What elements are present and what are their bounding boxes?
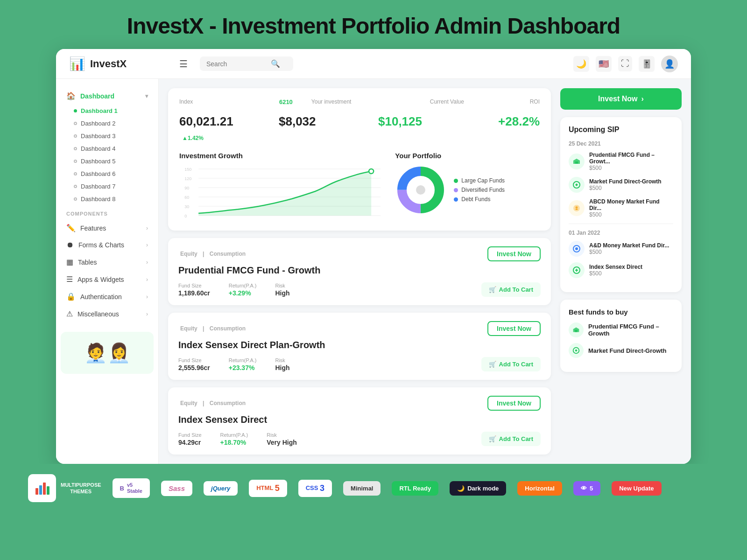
fund-size-value-1: 1,189.60cr — [178, 289, 210, 297]
best-fund-item-2: Market Fund Direct-Growth — [569, 343, 673, 358]
main-content: Index 6210 Your investment Current Value… — [159, 79, 691, 464]
fund-size-label-1: Fund Size — [178, 283, 210, 288]
sip-info-3: ABCD Money Market Fund Dir... $500 — [589, 198, 673, 218]
sip-item-5: Index Sensex Direct $500 — [569, 262, 673, 278]
sidebar-item-forms[interactable]: ⏺ Forms & Charts › — [56, 237, 158, 253]
cart-label-2: Add To Cart — [499, 361, 533, 368]
sidebar-item-dashboard3[interactable]: Dashboard 3 — [56, 130, 158, 142]
svg-point-20 — [573, 205, 580, 211]
line-chart-area: 150 120 90 60 30 0 — [179, 164, 386, 220]
svg-rect-26 — [35, 488, 38, 495]
avatar[interactable]: 👤 — [661, 56, 678, 72]
main-value-group: 60,021.21 ▲1.42% — [179, 114, 260, 143]
flag-icon[interactable]: 🇺🇸 — [596, 56, 612, 72]
portfolio-chart-area: Large Cap Funds Diversified Funds Debt F… — [395, 164, 540, 216]
chevron-right-icon: › — [146, 225, 148, 231]
svg-point-17 — [416, 185, 425, 195]
add-to-cart-button-2[interactable]: 🛒 Add To Cart — [481, 357, 541, 371]
line-chart-svg: 150 120 90 60 30 0 — [179, 164, 386, 220]
stat-header-row: Index 6210 Your investment Current Value… — [179, 98, 540, 107]
invest-button-3[interactable]: Invest Now — [487, 396, 541, 411]
sidebar-item-misc[interactable]: ⚠ Miscellaneous › — [56, 305, 158, 322]
invest-button-2[interactable]: Invest Now — [487, 321, 541, 336]
sip-amount-2: $500 — [589, 185, 662, 191]
invest-button-1[interactable]: Invest Now — [487, 246, 541, 261]
sidebar-item-dashboard2[interactable]: Dashboard 2 — [56, 117, 158, 130]
invest-now-main-button[interactable]: Invest Now › — [560, 88, 682, 110]
sidebar-item-dashboard[interactable]: 🏠 Dashboard ▾ — [56, 87, 158, 105]
fund-risk-label-1: Risk — [275, 283, 289, 288]
sip-logo-5 — [569, 262, 585, 278]
sip-item-3: ABCD Money Market Fund Dir... $500 — [569, 198, 673, 218]
fullscreen-icon[interactable]: ⛶ — [618, 56, 632, 71]
hamburger-button[interactable]: ☰ — [175, 56, 192, 72]
sub-dot-7 — [74, 185, 77, 188]
sidebar-item-dashboard1[interactable]: Dashboard 1 — [56, 105, 158, 117]
sidebar-item-dashboard5[interactable]: Dashboard 5 — [56, 155, 158, 168]
sidebar-label-dashboard8: Dashboard 8 — [81, 196, 115, 203]
fund-return-value-2: +23.37% — [229, 364, 257, 371]
tables-icon: ▦ — [66, 258, 73, 266]
sidebar-item-dashboard7[interactable]: Dashboard 7 — [56, 180, 158, 193]
sip-name-3: ABCD Money Market Fund Dir... — [589, 198, 673, 211]
roi-stat: +28.2% — [459, 114, 540, 143]
right-panel: Invest Now › Upcoming SIP 25 Dec 2021 Pr… — [560, 88, 682, 455]
sidebar-label-dashboard1: Dashboard 1 — [81, 107, 118, 114]
portfolio-legend: Large Cap Funds Diversified Funds Debt F… — [454, 177, 505, 203]
sub-dot-4 — [74, 147, 77, 150]
search-input[interactable] — [206, 60, 267, 68]
index-value: 6210 — [279, 98, 293, 105]
badge-horizontal: Horizontal — [517, 481, 562, 496]
sip-panel: Upcoming SIP 25 Dec 2021 Prudential FMCG… — [560, 117, 682, 292]
chevron-right-icon-5: › — [146, 294, 148, 300]
fund-tags-3: Equity | Consumption — [178, 400, 247, 406]
fund-card-2: Equity | Consumption Invest Now Index Se… — [168, 313, 551, 380]
sidebar-item-auth[interactable]: 🔒 Authentication › — [56, 288, 158, 305]
growth-chart-section: Investment Growth — [179, 152, 386, 220]
fund-risk-label-3: Risk — [267, 432, 297, 438]
main-value-number: 60,021.21 — [179, 114, 233, 128]
sidebar-item-features[interactable]: ✏️ Features › — [56, 219, 158, 237]
fund-size-group-1: Fund Size 1,189.60cr — [178, 283, 210, 297]
chevron-down-icon: ▾ — [145, 93, 148, 99]
best-funds-panel: Best funds to buy Prudential FMCG Fund –… — [560, 300, 682, 372]
add-to-cart-button-3[interactable]: 🛒 Add To Cart — [481, 432, 541, 446]
jquery-icon: jQuery — [211, 485, 230, 492]
settings-icon[interactable]: 🎚️ — [639, 56, 655, 72]
add-to-cart-button-1[interactable]: 🛒 Add To Cart — [481, 282, 541, 297]
css-icon: CSS 3 — [306, 483, 324, 493]
body-layout: 🏠 Dashboard ▾ Dashboard 1 Dashboard 2 Da… — [56, 79, 691, 464]
sidebar: 🏠 Dashboard ▾ Dashboard 1 Dashboard 2 Da… — [56, 79, 159, 464]
arrow-right-icon: › — [641, 95, 644, 103]
sip-amount-1: $500 — [589, 165, 673, 171]
search-bar[interactable]: 🔍 — [200, 56, 293, 71]
fund-tags-1: Equity | Consumption — [178, 251, 247, 257]
svg-text:30: 30 — [184, 204, 189, 209]
sidebar-item-apps[interactable]: ☰ Apps & Widgets › — [56, 271, 158, 288]
fund-tag2-3: Consumption — [210, 400, 246, 406]
app-container: 📊 InvestX ☰ 🔍 🌙 🇺🇸 ⛶ 🎚️ 👤 🏠 Dashboard ▾ — [56, 49, 691, 464]
sidebar-item-dashboard4[interactable]: Dashboard 4 — [56, 142, 158, 155]
sidebar-dashboard-label: Dashboard — [80, 92, 114, 100]
fund-details-row-3: Fund Size 94.29cr Return(P.A.) +18.70% R… — [178, 432, 541, 446]
dark-mode-icon[interactable]: 🌙 — [573, 56, 589, 72]
sidebar-item-tables[interactable]: ▦ Tables › — [56, 253, 158, 271]
badge-jquery: jQuery — [204, 481, 238, 496]
forms-icon: ⏺ — [66, 241, 74, 249]
sip-item-4: A&D Money Market Fund Dir... $500 — [569, 241, 673, 257]
best-fund-logo-2 — [569, 343, 584, 358]
fund-return-label-2: Return(P.A.) — [229, 357, 257, 363]
sub-dot-6 — [74, 172, 77, 175]
portfolio-card: Index 6210 Your investment Current Value… — [168, 88, 551, 231]
sip-date-2: 01 Jan 2022 — [569, 230, 673, 236]
legend-item-diversified: Diversified Funds — [454, 187, 505, 193]
sidebar-sub-dashboard: Dashboard 1 Dashboard 2 Dashboard 3 Dash… — [56, 105, 158, 205]
moon-icon: 🌙 — [457, 485, 465, 492]
sub-dot-1 — [74, 109, 77, 112]
sidebar-item-dashboard8[interactable]: Dashboard 8 — [56, 193, 158, 205]
badge-html: HTML 5 — [249, 480, 287, 497]
roi-group: ROI — [530, 98, 540, 107]
sip-info-5: Index Sensex Direct $500 — [589, 264, 642, 277]
svg-rect-28 — [43, 483, 46, 495]
sidebar-item-dashboard6[interactable]: Dashboard 6 — [56, 168, 158, 180]
